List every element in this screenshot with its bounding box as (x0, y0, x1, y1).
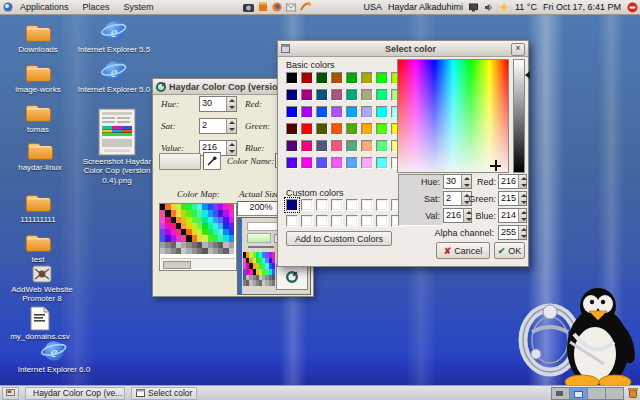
basic-color-swatch[interactable] (346, 89, 358, 101)
taskbar-button-colorcop[interactable]: Haydar Color Cop (ve... (25, 387, 125, 400)
basic-color-swatch[interactable] (361, 89, 373, 101)
basic-color-swatch[interactable] (346, 123, 358, 135)
basic-color-swatch[interactable] (331, 123, 343, 135)
custom-color-swatch[interactable] (316, 215, 328, 227)
basic-color-swatch[interactable] (331, 140, 343, 152)
color-map-scrollbar[interactable] (161, 258, 235, 269)
spin-down-button[interactable] (519, 182, 526, 189)
custom-color-swatch[interactable] (361, 199, 373, 211)
screenshot-tool-icon[interactable] (243, 3, 254, 12)
show-desktop-button[interactable] (2, 387, 19, 400)
basic-color-swatch[interactable] (301, 140, 313, 152)
basic-color-swatch[interactable] (376, 106, 388, 118)
red-spinbox[interactable]: 216 (498, 174, 527, 189)
custom-color-swatch[interactable] (346, 199, 358, 211)
basic-color-swatch[interactable] (361, 140, 373, 152)
desktop-icon-internet-explorer-5-0[interactable]: eInternet Explorer 5.0 (64, 58, 164, 94)
basic-color-swatch[interactable] (376, 123, 388, 135)
weather-sun-icon[interactable] (499, 2, 509, 12)
notification-icon[interactable] (627, 2, 638, 13)
basic-color-swatch[interactable] (286, 72, 298, 84)
cancel-button[interactable]: ✘ Cancel (436, 242, 490, 259)
custom-color-swatch[interactable] (316, 199, 328, 211)
package-icon[interactable] (258, 2, 268, 12)
desktop-icon-tomas[interactable]: tomas (6, 102, 70, 134)
workspace-2-active[interactable] (569, 387, 588, 400)
spin-down-button[interactable] (227, 148, 236, 155)
basic-color-swatch[interactable] (376, 72, 388, 84)
workspace-4[interactable] (605, 387, 624, 400)
clock[interactable]: Fri Oct 17, 6:41 PM (543, 2, 621, 12)
basic-color-swatch[interactable] (361, 72, 373, 84)
desktop-icon-downloads[interactable]: Downloads (6, 22, 70, 54)
spin-down-button[interactable] (227, 104, 236, 111)
basic-color-swatch[interactable] (301, 123, 313, 135)
custom-color-swatch[interactable] (286, 215, 298, 227)
value-slider-marker[interactable] (525, 71, 530, 79)
spin-down-button[interactable] (227, 126, 236, 133)
spin-down-button[interactable] (519, 233, 526, 240)
custom-color-swatch[interactable] (301, 199, 313, 211)
trash-icon[interactable] (628, 387, 638, 400)
val-spinbox[interactable]: 216 (443, 208, 472, 223)
basic-color-swatch[interactable] (361, 157, 373, 169)
basic-color-swatch[interactable] (286, 106, 298, 118)
basic-color-swatch[interactable] (346, 140, 358, 152)
basic-color-swatch[interactable] (301, 106, 313, 118)
add-to-custom-colors-button[interactable]: Add to Custom Colors (286, 231, 392, 246)
custom-color-swatch[interactable] (331, 215, 343, 227)
eyedropper-button[interactable] (203, 152, 221, 170)
spin-up-button[interactable] (227, 141, 236, 148)
basic-color-swatch[interactable] (316, 106, 328, 118)
spin-down-button[interactable] (464, 216, 471, 223)
custom-color-swatch[interactable] (376, 215, 388, 227)
green-spinbox[interactable]: 215 (498, 191, 527, 206)
volume-icon[interactable] (484, 3, 493, 12)
basic-color-swatch[interactable] (316, 89, 328, 101)
desktop-icon-addweb-website-promoter-8[interactable]: AddWeb Website Promoter 8 (2, 264, 82, 304)
desktop-icon-image-works[interactable]: image-works (6, 62, 70, 94)
basic-color-swatch[interactable] (301, 72, 313, 84)
desktop-icon-111111111[interactable]: 111111111 (6, 192, 70, 224)
spin-down-button[interactable] (462, 182, 471, 189)
hue-saturation-map[interactable] (397, 59, 509, 173)
display-icon[interactable] (469, 3, 478, 12)
basic-color-swatch[interactable] (286, 89, 298, 101)
basic-color-swatch[interactable] (376, 140, 388, 152)
spin-up-button[interactable] (227, 119, 236, 126)
basic-color-swatch[interactable] (301, 89, 313, 101)
basic-color-swatch[interactable] (361, 106, 373, 118)
desktop-icon-internet-explorer-6-0[interactable]: eInternet Explorer 6.0 (4, 338, 104, 374)
user-switcher[interactable]: Haydar Alkaduhimi (388, 2, 463, 12)
basic-color-swatch[interactable] (346, 72, 358, 84)
basic-color-swatch[interactable] (316, 72, 328, 84)
desktop-icon-screenshot-haydar-color-cop-ve[interactable]: Screenshot Haydar Color Cop (version 0.4… (76, 108, 158, 185)
spin-up-button[interactable] (227, 97, 236, 104)
taskbar-button-window[interactable]: Select color (131, 387, 197, 400)
workspace-1[interactable] (551, 387, 570, 400)
dialog-titlebar[interactable]: Select color × (278, 41, 528, 57)
custom-color-swatch[interactable] (376, 199, 388, 211)
weather-temp[interactable]: 11 °C (515, 2, 537, 12)
spin-down-button[interactable] (519, 199, 526, 206)
alpha-spinbox[interactable]: 255 (498, 225, 527, 240)
value-slider[interactable] (513, 59, 525, 173)
basic-color-swatch[interactable] (331, 72, 343, 84)
basic-color-swatch[interactable] (346, 157, 358, 169)
basic-color-swatch[interactable] (331, 157, 343, 169)
keyboard-layout-indicator[interactable]: USA (363, 2, 382, 12)
basic-color-swatch[interactable] (331, 106, 343, 118)
basic-color-swatch[interactable] (301, 157, 313, 169)
basic-color-swatch[interactable] (331, 89, 343, 101)
menu-places[interactable]: Places (76, 2, 117, 12)
desktop-icon-test[interactable]: test (6, 232, 70, 264)
desktop-icon-haydar-linux[interactable]: haydar-linux (6, 140, 74, 172)
custom-color-swatch[interactable] (286, 199, 298, 211)
menu-applications[interactable]: Applications (13, 2, 76, 12)
basic-color-swatch[interactable] (316, 123, 328, 135)
colorcop-swatch-button[interactable] (159, 153, 201, 170)
basic-color-swatch[interactable] (286, 123, 298, 135)
custom-color-swatch[interactable] (301, 215, 313, 227)
basic-color-swatch[interactable] (376, 89, 388, 101)
blue-spinbox[interactable]: 214 (498, 208, 527, 223)
